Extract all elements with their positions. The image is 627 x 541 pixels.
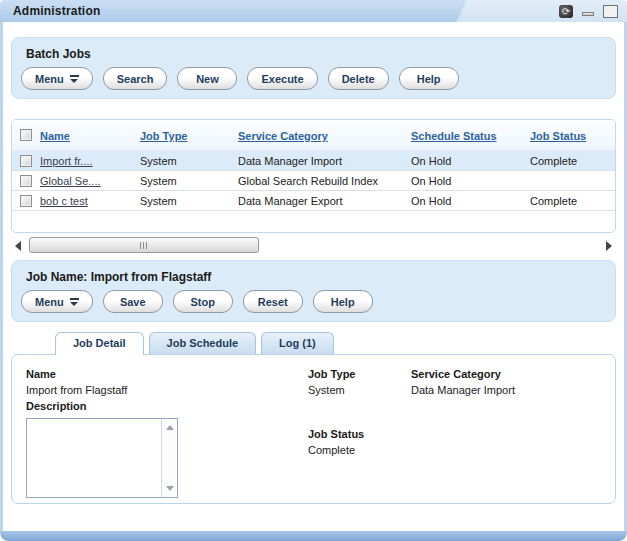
select-all-checkbox[interactable] [20, 129, 32, 141]
detail-right-column: Service Category Data Manager Import [411, 366, 601, 492]
delete-button[interactable]: Delete [328, 67, 389, 90]
job-type-value: System [308, 382, 411, 398]
maximize-icon[interactable] [603, 5, 618, 18]
detail-left-column: Name Import from Flagstaff Description [26, 366, 308, 492]
execute-button[interactable]: Execute [247, 67, 317, 90]
menu-button-label: Menu [35, 73, 64, 85]
horizontal-scrollbar[interactable] [11, 237, 616, 254]
service-category-value: Data Manager Import [411, 382, 601, 398]
job-name-link[interactable]: Import fr.... [40, 155, 93, 167]
service-category-cell: Data Manager Import [238, 155, 411, 167]
window-title: Administration [0, 4, 100, 18]
table-row[interactable]: Import fr.... System Data Manager Import… [12, 151, 615, 171]
job-name-panel: Job Name: Import from Flagstaff Menu Sav… [11, 260, 616, 322]
tab-job-schedule[interactable]: Job Schedule [149, 332, 257, 354]
menu-button-label: Menu [35, 296, 64, 308]
detail-tabs: Job Detail Job Schedule Log (1) [55, 332, 616, 354]
batch-jobs-title: Batch Jobs [26, 47, 606, 61]
job-type-cell: System [140, 175, 238, 187]
column-header-schedule-status[interactable]: Schedule Status [411, 130, 497, 142]
refresh-icon[interactable]: ⟳ [559, 5, 573, 18]
row-checkbox[interactable] [20, 195, 32, 207]
minimize-icon[interactable] [582, 12, 594, 16]
scroll-left-icon[interactable] [15, 241, 21, 251]
scrollbar-thumb[interactable] [29, 237, 259, 253]
job-type-cell: System [140, 155, 238, 167]
column-header-job-status[interactable]: Job Status [530, 130, 586, 142]
batch-jobs-toolbar: Menu Search New Execute Delete Help [21, 67, 606, 90]
description-field-wrap [26, 418, 178, 498]
job-status-cell: Complete [530, 195, 615, 207]
column-header-service-category[interactable]: Service Category [238, 130, 328, 142]
table-row[interactable]: bob c test System Data Manager Export On… [12, 191, 615, 211]
table-header-row: Name Job Type Service Category Schedule … [12, 120, 615, 151]
tab-log[interactable]: Log (1) [261, 332, 334, 354]
job-status-label: Job Status [308, 426, 411, 442]
description-label: Description [26, 398, 308, 414]
new-button[interactable]: New [177, 67, 237, 90]
stop-button[interactable]: Stop [173, 290, 233, 313]
help-button[interactable]: Help [399, 67, 459, 90]
scroll-right-icon[interactable] [606, 241, 612, 251]
service-category-cell: Global Search Rebuild Index [238, 175, 411, 187]
row-checkbox[interactable] [20, 175, 32, 187]
job-status-cell: Complete [530, 155, 615, 167]
save-button[interactable]: Save [103, 290, 163, 313]
menu-dropdown-icon [70, 75, 79, 83]
window-controls: ⟳ [559, 5, 627, 18]
description-textarea[interactable] [27, 419, 160, 497]
column-header-name[interactable]: Name [40, 130, 70, 142]
service-category-label: Service Category [411, 366, 601, 382]
help-button[interactable]: Help [313, 290, 373, 313]
window-body: Batch Jobs Menu Search New Execute Delet… [0, 22, 627, 531]
column-header-job-type[interactable]: Job Type [140, 130, 187, 142]
menu-button[interactable]: Menu [21, 290, 93, 313]
table-row[interactable]: Global Se.... System Global Search Rebui… [12, 171, 615, 191]
search-button[interactable]: Search [103, 67, 168, 90]
job-status-value: Complete [308, 442, 411, 458]
menu-button[interactable]: Menu [21, 67, 93, 90]
job-toolbar: Menu Save Stop Reset Help [21, 290, 606, 313]
job-name-link[interactable]: Global Se.... [40, 175, 101, 187]
tab-job-detail[interactable]: Job Detail [55, 332, 144, 355]
textarea-scrollbar[interactable] [161, 419, 177, 497]
job-name-title: Job Name: Import from Flagstaff [26, 270, 606, 284]
job-name-link[interactable]: bob c test [40, 195, 88, 207]
window-bottom-border [0, 531, 627, 541]
row-checkbox[interactable] [20, 155, 32, 167]
reset-button[interactable]: Reset [243, 290, 303, 313]
batch-jobs-panel: Batch Jobs Menu Search New Execute Delet… [11, 37, 616, 99]
job-type-label: Job Type [308, 366, 411, 382]
scrollbar-grip-icon [140, 242, 141, 249]
name-label: Name [26, 366, 308, 382]
detail-middle-column: Job Type System Job Status Complete [308, 366, 411, 492]
administration-window: Administration ⟳ Batch Jobs Menu Search … [0, 0, 627, 541]
schedule-status-cell: On Hold [411, 155, 530, 167]
service-category-cell: Data Manager Export [238, 195, 411, 207]
batch-jobs-table: Name Job Type Service Category Schedule … [11, 119, 616, 233]
schedule-status-cell: On Hold [411, 195, 530, 207]
job-type-cell: System [140, 195, 238, 207]
window-titlebar: Administration ⟳ [0, 0, 627, 22]
name-value: Import from Flagstaff [26, 382, 308, 398]
menu-dropdown-icon [70, 298, 79, 306]
schedule-status-cell: On Hold [411, 175, 530, 187]
scroll-down-icon[interactable] [166, 486, 174, 491]
scroll-up-icon[interactable] [166, 425, 174, 430]
job-detail-panel: Name Import from Flagstaff Description J… [11, 354, 616, 504]
